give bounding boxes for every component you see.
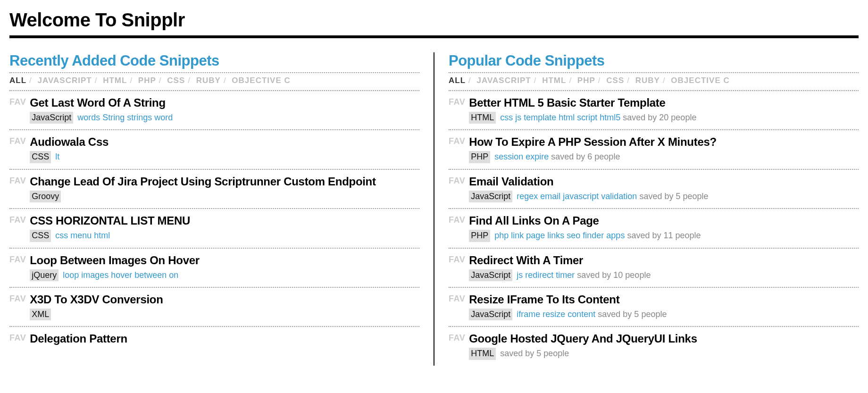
page-title: Welcome To Snipplr (9, 9, 859, 31)
filter-php[interactable]: PHP (577, 76, 595, 85)
snippet-tags[interactable]: session expire (494, 152, 549, 161)
language-badge[interactable]: HTML (469, 348, 496, 360)
saved-count: saved by 5 people (598, 309, 667, 319)
snippet-title-link[interactable]: Better HTML 5 Basic Starter Template (469, 96, 859, 110)
popular-filter-row: ALL/ JAVASCRIPT/ HTML/ PHP/ CSS/ RUBY/ O… (449, 73, 859, 90)
columns: Recently Added Code Snippets ALL/ JAVASC… (9, 52, 859, 366)
filter-ruby[interactable]: RUBY (635, 76, 660, 85)
filter-html[interactable]: HTML (542, 76, 566, 85)
snippet-title-link[interactable]: Redirect With A Timer (469, 253, 859, 268)
snippet-tags[interactable]: php link page links seo finder apps (494, 231, 625, 240)
snippet-item: FAV Google Hosted JQuery And JQueryUI Li… (449, 327, 859, 365)
recent-column: Recently Added Code Snippets ALL/ JAVASC… (9, 52, 434, 366)
snippet-tags[interactable]: lt (55, 152, 59, 161)
fav-button[interactable]: FAV (9, 294, 26, 304)
language-badge[interactable]: JavaScript (469, 191, 512, 202)
filter-css[interactable]: CSS (167, 76, 185, 85)
snippet-tags[interactable]: css menu html (55, 231, 110, 240)
language-badge[interactable]: Groovy (30, 191, 61, 202)
snippet-item: FAV How To Expire A PHP Session After X … (449, 130, 859, 168)
saved-count: saved by 6 people (551, 152, 620, 161)
snippet-item: FAV Delegation Pattern (9, 327, 419, 353)
fav-button[interactable]: FAV (449, 97, 465, 107)
snippet-title-link[interactable]: Resize IFrame To Its Content (469, 293, 859, 307)
snippet-item: FAV Get Last Word Of A String JavaScript… (9, 91, 419, 129)
language-badge[interactable]: PHP (469, 230, 490, 242)
language-badge[interactable]: JavaScript (469, 309, 512, 320)
popular-section-title: Popular Code Snippets (449, 52, 859, 69)
fav-button[interactable]: FAV (449, 333, 465, 343)
snippet-title-link[interactable]: Audiowala Css (30, 135, 419, 149)
saved-count: saved by 5 people (639, 192, 708, 201)
fav-button[interactable]: FAV (449, 136, 465, 146)
filter-all[interactable]: ALL (9, 76, 26, 85)
fav-button[interactable]: FAV (449, 294, 465, 304)
snippet-tags[interactable]: iframe resize content (517, 309, 595, 319)
fav-button[interactable]: FAV (9, 97, 26, 107)
snippet-title-link[interactable]: Delegation Pattern (30, 332, 419, 346)
snippet-title-link[interactable]: Get Last Word Of A String (30, 96, 419, 110)
filter-javascript[interactable]: JAVASCRIPT (477, 76, 531, 85)
snippet-title-link[interactable]: CSS HORIZONTAL LIST MENU (30, 214, 419, 228)
header-divider (9, 35, 859, 38)
snippet-item: FAV Change Lead Of Jira Project Using Sc… (9, 170, 419, 208)
language-badge[interactable]: CSS (30, 230, 51, 242)
snippet-item: FAV Audiowala Css CSS lt (9, 130, 419, 168)
filter-css[interactable]: CSS (606, 76, 624, 85)
filter-ruby[interactable]: RUBY (196, 76, 221, 85)
snippet-tags[interactable]: js redirect timer (517, 270, 575, 280)
language-badge[interactable]: jQuery (30, 269, 58, 281)
filter-objective-c[interactable]: OBJECTIVE C (232, 76, 290, 85)
fav-button[interactable]: FAV (9, 333, 26, 343)
fav-button[interactable]: FAV (449, 255, 465, 265)
snippet-tags[interactable]: regex email javascript validation (517, 192, 637, 201)
saved-count: saved by 20 people (623, 113, 696, 122)
snippet-item: FAV Redirect With A Timer JavaScript js … (449, 249, 859, 287)
snippet-title-link[interactable]: Find All Links On A Page (469, 214, 859, 228)
fav-button[interactable]: FAV (9, 176, 26, 186)
filter-javascript[interactable]: JAVASCRIPT (38, 76, 92, 85)
language-badge[interactable]: XML (30, 309, 51, 320)
snippet-title-link[interactable]: Change Lead Of Jira Project Using Script… (30, 175, 419, 189)
snippet-title-link[interactable]: How To Expire A PHP Session After X Minu… (469, 135, 859, 149)
snippet-tags[interactable]: words String strings word (77, 113, 173, 122)
filter-all[interactable]: ALL (449, 76, 466, 85)
snippet-item: FAV Find All Links On A Page PHP php lin… (449, 209, 859, 247)
snippet-tags[interactable]: loop images hover between on (63, 270, 178, 280)
snippet-item: FAV Better HTML 5 Basic Starter Template… (449, 91, 859, 129)
recent-section-title: Recently Added Code Snippets (9, 52, 419, 69)
fav-button[interactable]: FAV (9, 215, 26, 225)
snippet-item: FAV CSS HORIZONTAL LIST MENU CSS css men… (9, 209, 419, 247)
fav-button[interactable]: FAV (9, 136, 26, 146)
language-badge[interactable]: JavaScript (469, 269, 512, 281)
language-badge[interactable]: PHP (469, 151, 490, 163)
snippet-item: FAV Email Validation JavaScript regex em… (449, 170, 859, 208)
language-badge[interactable]: JavaScript (30, 112, 73, 124)
snippet-item: FAV Loop Between Images On Hover jQuery … (9, 249, 419, 287)
fav-button[interactable]: FAV (449, 215, 465, 225)
popular-column: Popular Code Snippets ALL/ JAVASCRIPT/ H… (434, 52, 859, 366)
fav-button[interactable]: FAV (9, 255, 26, 265)
language-badge[interactable]: CSS (30, 151, 51, 163)
snippet-tags[interactable]: css js template html script html5 (500, 113, 620, 122)
fav-button[interactable]: FAV (449, 176, 465, 186)
snippet-title-link[interactable]: Loop Between Images On Hover (30, 253, 419, 268)
saved-count: saved by 5 people (500, 349, 569, 358)
filter-php[interactable]: PHP (138, 76, 156, 85)
language-badge[interactable]: HTML (469, 112, 496, 124)
recent-filter-row: ALL/ JAVASCRIPT/ HTML/ PHP/ CSS/ RUBY/ O… (9, 73, 419, 90)
snippet-title-link[interactable]: Google Hosted JQuery And JQueryUI Links (469, 332, 859, 346)
saved-count: saved by 10 people (577, 270, 651, 280)
snippet-title-link[interactable]: X3D To X3DV Conversion (30, 293, 419, 307)
snippet-item: FAV Resize IFrame To Its Content JavaScr… (449, 288, 859, 326)
filter-objective-c[interactable]: OBJECTIVE C (671, 76, 729, 85)
filter-html[interactable]: HTML (103, 76, 127, 85)
snippet-item: FAV X3D To X3DV Conversion XML (9, 288, 419, 326)
snippet-title-link[interactable]: Email Validation (469, 175, 859, 189)
saved-count: saved by 11 people (627, 231, 701, 240)
